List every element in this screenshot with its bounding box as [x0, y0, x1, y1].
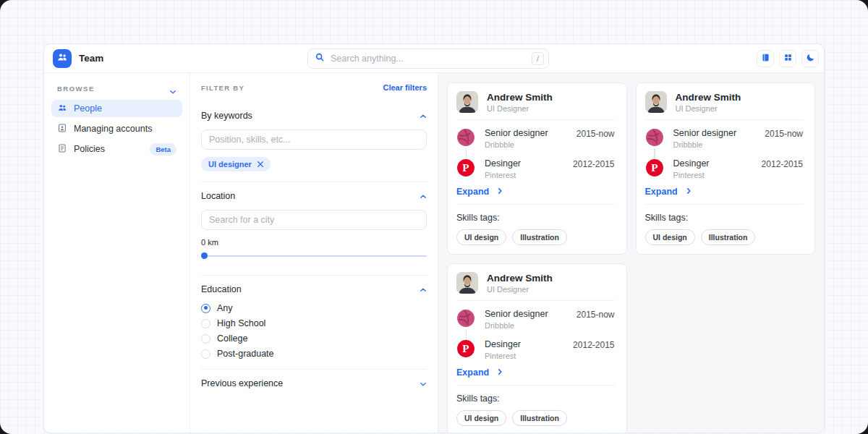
- experience-row: P Desinger Pinterest 2012-2015: [645, 158, 804, 179]
- card-divider: [456, 300, 615, 301]
- chevron-up-icon: [420, 192, 427, 200]
- book-button[interactable]: [757, 50, 774, 67]
- app-title: Team: [79, 53, 103, 64]
- chevron-right-icon: [685, 187, 692, 197]
- radio[interactable]: [201, 334, 210, 344]
- experience-period: 2015-now: [576, 128, 615, 139]
- svg-text:P: P: [462, 161, 469, 174]
- experience-company: Pinterest: [485, 171, 521, 179]
- expand-link[interactable]: Expand: [456, 367, 503, 378]
- chevron-right-icon: [496, 367, 503, 378]
- dark-mode-button[interactable]: [801, 50, 819, 67]
- experience-company: Pinterest: [673, 171, 710, 179]
- pinterest-icon: P: [645, 158, 664, 177]
- sidebar-item-managing-accounts[interactable]: Managing accounts: [51, 120, 182, 137]
- global-search[interactable]: /: [307, 48, 549, 69]
- filter-by-label: FILTER BY: [201, 84, 244, 92]
- radio[interactable]: [201, 349, 210, 359]
- sidebar-item-label: Managing accounts: [74, 124, 152, 134]
- results-area: Andrew Smith UI Designer Senior designer…: [438, 73, 824, 433]
- expand-link[interactable]: Expand: [645, 187, 692, 197]
- slider-thumb[interactable]: [201, 252, 208, 259]
- keywords-section-header[interactable]: By keywords: [201, 111, 427, 121]
- education-option-high-school[interactable]: High School: [201, 318, 427, 328]
- radio-selected[interactable]: [201, 304, 210, 313]
- experience-period: 2015-now: [576, 309, 615, 320]
- education-section-header[interactable]: Education: [201, 284, 427, 294]
- dribbble-icon: [456, 128, 475, 147]
- card-divider: [456, 119, 615, 120]
- skills-label: Skills tags:: [645, 213, 804, 223]
- person-card[interactable]: Andrew Smith UI Designer Senior designer…: [447, 82, 627, 255]
- skill-tag[interactable]: UI design: [456, 410, 506, 426]
- chevron-right-icon: [496, 187, 503, 197]
- person-card[interactable]: Andrew Smith UI Designer Senior designer…: [447, 263, 627, 433]
- search-icon: [315, 52, 325, 65]
- expand-link[interactable]: Expand: [456, 187, 503, 197]
- close-icon[interactable]: [258, 160, 263, 169]
- slider-track: [201, 255, 427, 257]
- radio[interactable]: [201, 319, 210, 328]
- keywords-input[interactable]: [201, 129, 427, 150]
- avatar: [456, 91, 478, 113]
- keywords-label: By keywords: [201, 111, 252, 121]
- experience-period: 2012-2015: [573, 339, 614, 350]
- avatar: [645, 91, 667, 113]
- skill-tag[interactable]: UI design: [645, 229, 695, 245]
- experience-title: Desinger: [673, 158, 710, 169]
- card-divider: [645, 204, 804, 205]
- education-option-post-graduate[interactable]: Post-graduate: [201, 349, 427, 359]
- timeline-connector: [654, 148, 655, 159]
- document-icon: [57, 143, 67, 156]
- previous-experience-label: Previous experience: [201, 378, 283, 388]
- sidebar-item-label: Policies: [74, 144, 105, 154]
- skill-tag[interactable]: Illustration: [512, 229, 567, 245]
- apps-grid-button[interactable]: [779, 50, 796, 67]
- search-input[interactable]: [325, 54, 532, 64]
- person-card[interactable]: Andrew Smith UI Designer Senior designer…: [636, 82, 816, 255]
- dribbble-icon: [456, 309, 475, 328]
- chevron-down-icon: [420, 380, 427, 387]
- experience-row: Senior designer Dribbble 2015-now: [456, 128, 615, 149]
- pinterest-icon: P: [456, 339, 475, 358]
- timeline-connector: [466, 329, 467, 340]
- person-name: Andrew Smith: [676, 92, 741, 103]
- experience-row: P Desinger Pinterest 2012-2015: [456, 158, 615, 179]
- education-option-any[interactable]: Any: [201, 303, 427, 313]
- browse-section-header[interactable]: BROWSE: [51, 83, 182, 100]
- experience-period: 2012-2015: [573, 158, 614, 169]
- section-divider: [201, 275, 427, 276]
- filter-panel: FILTER BY Clear filters By keywords UI d…: [190, 73, 438, 433]
- skill-tag[interactable]: Illustration: [701, 229, 756, 245]
- svg-text:P: P: [651, 161, 658, 174]
- experience-title: Senior designer: [485, 128, 548, 138]
- location-section-header[interactable]: Location: [201, 191, 427, 201]
- header-actions: [757, 50, 819, 67]
- app-window: Team /: [43, 43, 825, 433]
- distance-slider[interactable]: [201, 252, 427, 259]
- card-divider: [456, 385, 615, 386]
- experience-title: Senior designer: [485, 309, 548, 319]
- timeline-connector: [466, 148, 467, 159]
- experience-company: Dribbble: [673, 140, 737, 149]
- person-name: Andrew Smith: [487, 92, 553, 103]
- desktop-background: Team /: [0, 0, 868, 434]
- experience-company: Dribbble: [485, 321, 548, 330]
- experience-row: Senior designer Dribbble 2015-now: [456, 309, 615, 330]
- sidebar-item-policies[interactable]: Policies Beta: [51, 140, 182, 158]
- skill-tag[interactable]: UI design: [456, 229, 506, 245]
- previous-experience-section-header[interactable]: Previous experience: [201, 378, 427, 388]
- experience-company: Pinterest: [485, 352, 521, 360]
- city-search-input[interactable]: [201, 210, 427, 230]
- sidebar-item-people[interactable]: People: [51, 100, 182, 117]
- clear-filters-link[interactable]: Clear filters: [383, 83, 427, 92]
- app-logo: [53, 49, 72, 68]
- sidebar: BROWSE People Managing accounts Policies…: [44, 73, 190, 433]
- person-role: UI Designer: [676, 104, 741, 113]
- experience-row: Senior designer Dribbble 2015-now: [645, 128, 804, 149]
- experience-period: 2015-now: [765, 128, 803, 139]
- skill-tag[interactable]: Illustration: [512, 410, 567, 426]
- browse-label: BROWSE: [57, 85, 95, 93]
- education-option-college[interactable]: College: [201, 333, 427, 344]
- keyword-tag[interactable]: UI designer: [201, 157, 271, 171]
